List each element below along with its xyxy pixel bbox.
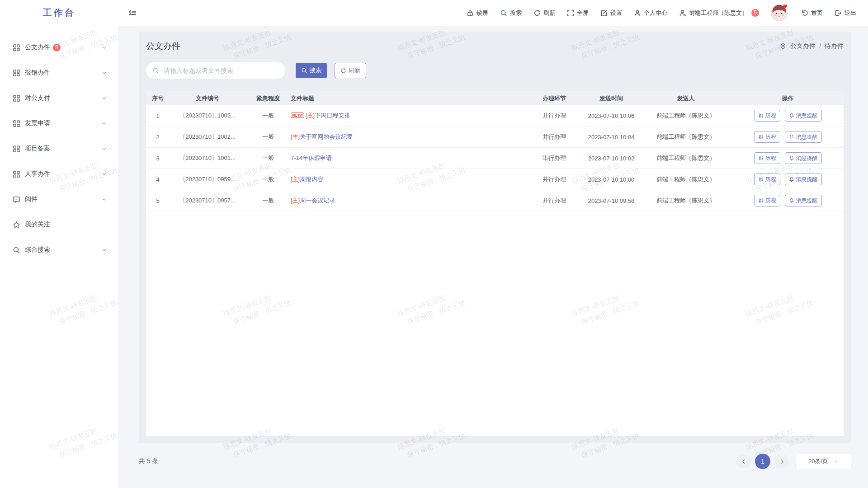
- sidebar-item-global-search[interactable]: 综合搜索: [0, 237, 118, 263]
- topbar-actions: 锁屏搜索刷新全屏设置个人中心 前端工程师（陈思文） 5 首页 退出: [467, 4, 868, 22]
- cell-actions: 历程消息提醒: [732, 131, 844, 143]
- sidebar-item-payment[interactable]: 对公支付: [0, 85, 118, 111]
- edit-icon: [600, 9, 608, 17]
- cell-index: 2: [146, 134, 170, 141]
- notify-label: 消息提醒: [796, 197, 818, 205]
- notify-label: 消息提醒: [796, 133, 818, 141]
- collapse-sidebar-icon[interactable]: [128, 9, 137, 18]
- document-link[interactable]: 7-14年休假申请: [291, 155, 332, 161]
- grid-icon: [13, 94, 20, 102]
- chevron-down-icon[interactable]: [101, 70, 107, 76]
- cell-doc-no: 〔20230710〕1002...: [170, 133, 245, 141]
- fullscreen-button[interactable]: 全屏: [567, 9, 589, 17]
- prev-page-button[interactable]: [736, 455, 751, 468]
- search-icon: [152, 67, 159, 74]
- user-location-icon: [679, 9, 686, 17]
- notify-button[interactable]: 消息提醒: [785, 110, 822, 122]
- history-button[interactable]: 历程: [754, 174, 780, 185]
- cell-index: 5: [146, 197, 170, 204]
- cell-doc-no: 〔20230710〕1005...: [170, 112, 245, 120]
- breadcrumb-root[interactable]: 公文办件: [790, 42, 816, 50]
- chevron-down-icon[interactable]: [101, 197, 107, 202]
- chevron-down-icon[interactable]: [101, 171, 107, 177]
- history-button[interactable]: 历程: [754, 131, 780, 143]
- history-button[interactable]: 历程: [754, 195, 780, 206]
- document-link[interactable]: 下周日程安排: [315, 112, 350, 119]
- cell-index: 3: [146, 155, 170, 162]
- notify-button[interactable]: 消息提醒: [785, 152, 822, 164]
- cell-step: 串行办理: [526, 154, 583, 162]
- history-label: 历程: [765, 197, 776, 205]
- table-body: 1〔20230710〕1005...一般NEW![主]下周日程安排并行办理202…: [146, 105, 844, 211]
- current-user[interactable]: 前端工程师（陈思文） 5: [679, 9, 759, 17]
- history-label: 历程: [765, 112, 776, 120]
- cell-actions: 历程消息提醒: [732, 174, 844, 185]
- search-input-wrap: [146, 62, 285, 79]
- chevron-down-icon[interactable]: [101, 146, 107, 152]
- bell-icon: [789, 198, 794, 203]
- notify-button[interactable]: 消息提醒: [785, 174, 822, 185]
- search-button[interactable]: 搜索: [500, 9, 522, 17]
- grid-icon: [13, 120, 20, 127]
- content-card: 公文办件 公文办件 / 待办件 搜索 刷新 序号文件编号紧急程: [139, 32, 851, 443]
- document-link[interactable]: 关于官网的会议纪要: [300, 133, 353, 140]
- profile-button[interactable]: 个人中心: [634, 9, 667, 17]
- star-icon: [13, 221, 20, 229]
- sliders-icon: [758, 198, 764, 203]
- cell-sender: 前端工程师（陈思文）: [640, 154, 732, 162]
- history-button[interactable]: 历程: [754, 110, 780, 122]
- card-header: 公文办件 公文办件 / 待办件: [146, 37, 844, 55]
- page-size-select[interactable]: 20条/页: [797, 454, 851, 469]
- sidebar-item-project[interactable]: 项目备案: [0, 136, 118, 161]
- chevron-down-icon[interactable]: [101, 121, 107, 127]
- document-link[interactable]: 周报内容: [300, 176, 323, 183]
- breadcrumb-separator: /: [819, 42, 821, 50]
- cell-sender: 前端工程师（陈思文）: [640, 175, 732, 183]
- bell-icon: [789, 177, 794, 182]
- table-row: 5〔20230710〕0957...一般[主]周一会议记录并行办理2023-07…: [146, 190, 844, 211]
- doc-tag: [主]: [291, 176, 300, 183]
- refresh-button[interactable]: 刷新: [335, 63, 366, 78]
- breadcrumb-current: 待办件: [825, 42, 844, 50]
- sidebar-item-documents[interactable]: 公文办件5: [0, 35, 118, 60]
- chevron-down-icon[interactable]: [101, 95, 107, 101]
- logout-button[interactable]: 退出: [835, 9, 856, 17]
- notify-button[interactable]: 消息提醒: [785, 195, 822, 206]
- location-pin-icon: [779, 42, 787, 50]
- page-title: 公文办件: [146, 40, 180, 52]
- document-link[interactable]: 周一会议记录: [300, 197, 335, 204]
- sidebar-item-hr[interactable]: 人事办件: [0, 161, 118, 187]
- sliders-icon: [758, 113, 764, 118]
- sidebar-item-label: 人事办件: [25, 170, 50, 178]
- table-row: 3〔20230710〕1001...一般7-14年休假申请串行办理2023-07…: [146, 148, 844, 169]
- sidebar: 工作台 公文办件5报销办件对公支付发票申请项目备案人事办件阅件我的关注综合搜索: [0, 0, 118, 488]
- search-icon: [13, 246, 20, 254]
- search-button[interactable]: 搜索: [296, 63, 327, 78]
- history-button[interactable]: 历程: [754, 152, 780, 164]
- next-page-button[interactable]: [774, 455, 789, 468]
- history-label: 历程: [765, 176, 776, 183]
- sidebar-item-invoice[interactable]: 发票申请: [0, 111, 118, 136]
- sidebar-item-reading[interactable]: 阅件: [0, 187, 118, 212]
- lock-button[interactable]: 锁屏: [467, 9, 488, 17]
- total-count: 共 5 条: [139, 457, 159, 465]
- settings-button[interactable]: 设置: [600, 9, 622, 17]
- avatar[interactable]: [771, 4, 789, 22]
- chevron-down-icon[interactable]: [101, 45, 107, 51]
- sidebar-item-label: 综合搜索: [25, 246, 50, 254]
- refresh-icon: [533, 9, 541, 17]
- cell-actions: 历程消息提醒: [732, 195, 844, 206]
- notify-button[interactable]: 消息提醒: [785, 131, 822, 143]
- fullscreen-icon: [567, 9, 574, 17]
- sidebar-item-badge: 5: [53, 44, 61, 52]
- current-page[interactable]: 1: [755, 454, 770, 469]
- notify-label: 消息提醒: [796, 112, 818, 120]
- search-input[interactable]: [163, 66, 279, 75]
- sidebar-item-reimbursement[interactable]: 报销办件: [0, 60, 118, 85]
- sidebar-item-favorites[interactable]: 我的关注: [0, 212, 118, 237]
- chevron-down-icon[interactable]: [101, 247, 107, 253]
- sliders-icon: [758, 177, 764, 182]
- refresh-button[interactable]: 刷新: [533, 9, 555, 17]
- sidebar-item-label: 对公支付: [25, 94, 50, 102]
- home-button[interactable]: 首页: [801, 9, 823, 17]
